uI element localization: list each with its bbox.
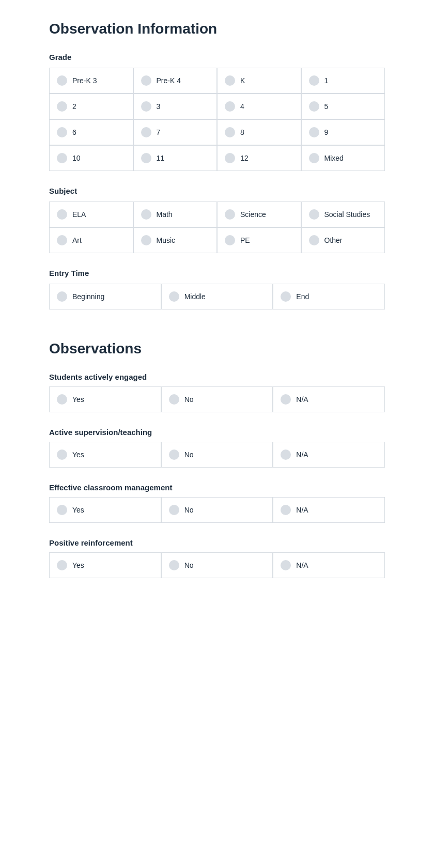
radio-circle xyxy=(309,101,319,112)
grade-option-1[interactable]: 1 xyxy=(301,68,385,94)
grade-option-label: 5 xyxy=(324,102,329,111)
radio-circle xyxy=(57,394,67,405)
radio-circle xyxy=(141,209,151,220)
grade-option-10[interactable]: 10 xyxy=(49,145,133,171)
subject-options: ELA Math Science Social Studies Art Musi… xyxy=(49,202,385,253)
entry-time-option-middle[interactable]: Middle xyxy=(161,284,273,309)
radio-circle xyxy=(57,450,67,460)
classroom-management-option-yes[interactable]: Yes xyxy=(49,497,161,523)
classroom-management-option-no[interactable]: No xyxy=(161,497,273,523)
classroom-management-option-na[interactable]: N/A xyxy=(273,497,385,523)
grade-option-label: 10 xyxy=(72,153,81,163)
grade-option-7[interactable]: 7 xyxy=(133,119,218,145)
question-classroom-management: Effective classroom management Yes No N/… xyxy=(49,483,385,523)
subject-option-science[interactable]: Science xyxy=(217,202,301,227)
radio-circle xyxy=(281,291,291,302)
active-supervision-option-no[interactable]: No xyxy=(161,442,273,468)
entry-time-label: Entry Time xyxy=(49,269,385,277)
radio-circle xyxy=(225,101,235,112)
grade-option-2[interactable]: 2 xyxy=(49,94,133,119)
subject-label: Subject xyxy=(49,187,385,195)
grade-option-label: 9 xyxy=(324,128,329,137)
grade-option-4[interactable]: 4 xyxy=(217,94,301,119)
active-supervision-option-yes[interactable]: Yes xyxy=(49,442,161,468)
students-engaged-option-na[interactable]: N/A xyxy=(273,386,385,412)
grade-option-label: Pre-K 4 xyxy=(157,76,181,85)
subject-option-other[interactable]: Other xyxy=(301,227,385,253)
students-engaged-option-no[interactable]: No xyxy=(161,386,273,412)
radio-circle xyxy=(309,235,319,245)
radio-circle xyxy=(141,101,151,112)
grade-option-8[interactable]: 8 xyxy=(217,119,301,145)
radio-circle xyxy=(281,394,291,405)
entry-time-option-label: Middle xyxy=(184,292,206,301)
grade-option-k[interactable]: K xyxy=(217,68,301,94)
radio-circle xyxy=(57,75,67,86)
grade-option-mixed[interactable]: Mixed xyxy=(301,145,385,171)
grade-option-12[interactable]: 12 xyxy=(217,145,301,171)
grade-option-label: Mixed xyxy=(324,153,344,163)
grade-option-11[interactable]: 11 xyxy=(133,145,218,171)
radio-circle xyxy=(225,209,235,220)
grade-options: Pre-K 3 Pre-K 4 K 1 2 3 4 5 6 7 xyxy=(49,68,385,171)
option-label: No xyxy=(184,450,194,459)
radio-circle xyxy=(281,560,291,570)
radio-circle xyxy=(309,75,319,86)
subject-option-pe[interactable]: PE xyxy=(217,227,301,253)
positive-reinforcement-option-no[interactable]: No xyxy=(161,552,273,578)
positive-reinforcement-option-na[interactable]: N/A xyxy=(273,552,385,578)
radio-circle xyxy=(141,235,151,245)
option-label: Yes xyxy=(72,561,84,570)
radio-circle xyxy=(57,153,67,163)
subject-option-label: Music xyxy=(157,236,176,245)
question-label-students-engaged: Students actively engaged xyxy=(49,373,385,381)
radio-circle xyxy=(141,127,151,137)
subject-option-ela[interactable]: ELA xyxy=(49,202,133,227)
subject-option-label: Other xyxy=(324,236,343,245)
question-options-students-engaged: Yes No N/A xyxy=(49,386,385,412)
question-positive-reinforcement: Positive reinforcement Yes No N/A xyxy=(49,538,385,578)
students-engaged-option-yes[interactable]: Yes xyxy=(49,386,161,412)
radio-circle xyxy=(57,235,67,245)
question-students-engaged: Students actively engaged Yes No N/A xyxy=(49,373,385,412)
radio-circle xyxy=(281,505,291,515)
subject-option-label: Social Studies xyxy=(324,210,370,219)
grade-option-pre-k4[interactable]: Pre-K 4 xyxy=(133,68,218,94)
subject-option-label: Science xyxy=(240,210,266,219)
grade-option-pre-k3[interactable]: Pre-K 3 xyxy=(49,68,133,94)
observation-info-title: Observation Information xyxy=(49,21,385,37)
grade-option-label: 12 xyxy=(240,153,249,163)
radio-circle xyxy=(309,127,319,137)
grade-option-5[interactable]: 5 xyxy=(301,94,385,119)
radio-circle xyxy=(57,291,67,302)
entry-time-options: Beginning Middle End xyxy=(49,284,385,309)
question-options-classroom-management: Yes No N/A xyxy=(49,497,385,523)
subject-option-label: ELA xyxy=(72,210,86,219)
question-label-classroom-management: Effective classroom management xyxy=(49,483,385,492)
question-options-positive-reinforcement: Yes No N/A xyxy=(49,552,385,578)
option-label: Yes xyxy=(72,450,84,459)
entry-time-option-label: Beginning xyxy=(72,292,104,301)
grade-option-label: 4 xyxy=(240,102,244,111)
subject-option-math[interactable]: Math xyxy=(133,202,218,227)
subject-option-music[interactable]: Music xyxy=(133,227,218,253)
subject-option-social-studies[interactable]: Social Studies xyxy=(301,202,385,227)
grade-option-label: K xyxy=(240,76,245,85)
grade-option-9[interactable]: 9 xyxy=(301,119,385,145)
option-label: N/A xyxy=(296,395,308,404)
grade-option-label: 11 xyxy=(157,153,165,163)
subject-option-label: Art xyxy=(72,236,82,245)
entry-time-option-end[interactable]: End xyxy=(273,284,385,309)
question-label-active-supervision: Active supervision/teaching xyxy=(49,428,385,437)
option-label: N/A xyxy=(296,505,308,515)
grade-option-label: 7 xyxy=(157,128,161,137)
active-supervision-option-na[interactable]: N/A xyxy=(273,442,385,468)
question-active-supervision: Active supervision/teaching Yes No N/A xyxy=(49,428,385,468)
grade-option-label: 6 xyxy=(72,128,76,137)
grade-option-3[interactable]: 3 xyxy=(133,94,218,119)
grade-option-6[interactable]: 6 xyxy=(49,119,133,145)
positive-reinforcement-option-yes[interactable]: Yes xyxy=(49,552,161,578)
subject-option-art[interactable]: Art xyxy=(49,227,133,253)
radio-circle xyxy=(309,153,319,163)
entry-time-option-beginning[interactable]: Beginning xyxy=(49,284,161,309)
